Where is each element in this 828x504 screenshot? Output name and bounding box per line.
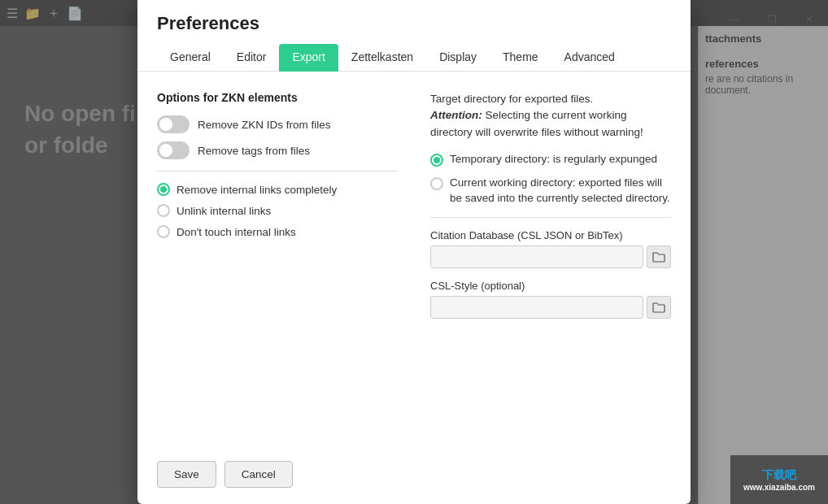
watermark-text: 下载吧 [762,468,796,483]
radio-temp[interactable] [430,154,443,167]
tab-export[interactable]: Export [279,44,338,72]
radio-donttouch[interactable] [157,225,170,238]
watermark-url: www.xiazaiba.com [743,483,815,492]
tab-theme[interactable]: Theme [490,44,551,72]
tab-zettelkasten[interactable]: Zettelkasten [338,44,426,72]
save-button[interactable]: Save [157,461,216,488]
tab-editor[interactable]: Editor [224,44,280,72]
folder-open-icon [652,251,665,263]
toggle-zkn-ids[interactable] [157,115,190,133]
toggle-row-tags: Remove tags from files [157,141,398,159]
tab-advanced[interactable]: Advanced [551,44,628,72]
divider-1 [157,171,398,172]
toggle-zkn-ids-label: Remove ZKN IDs from files [198,119,331,131]
radio-row-donttouch[interactable]: Don't touch internal links [157,225,398,238]
toggle-zkn-ids-track[interactable] [157,115,190,133]
target-desc-part1: Target directory for exported files. [430,93,593,105]
radio-remove[interactable] [157,183,170,196]
radio-donttouch-label: Don't touch internal links [176,226,296,238]
toggle-tags[interactable] [157,141,190,159]
radio-unlink[interactable] [157,204,170,217]
radio-cwd-label: Current working directory: exported file… [450,176,671,206]
zkn-section-title: Options for ZKN elements [157,91,398,104]
tab-display[interactable]: Display [426,44,490,72]
citation-db-label: Citation Database (CSL JSON or BibTex) [430,229,671,241]
dialog-footer: Save Cancel [137,451,691,504]
radio-row-remove[interactable]: Remove internal links completely [157,183,398,196]
target-description: Target directory for exported files. Att… [430,91,671,141]
citation-db-section: Citation Database (CSL JSON or BibTex) [430,229,671,268]
toggle-row-zkn-ids: Remove ZKN IDs from files [157,115,398,133]
divider-2 [430,217,671,218]
csl-style-section: CSL-Style (optional) [430,280,671,319]
citation-db-browse-button[interactable] [647,245,671,268]
toggle-tags-label: Remove tags from files [198,145,310,157]
modal-backdrop: Preferences General Editor Export Zettel… [0,0,828,504]
right-column: Target directory for exported files. Att… [430,91,671,438]
citation-db-input[interactable] [430,245,643,268]
radio-unlink-label: Unlink internal links [176,205,271,217]
folder-open-icon-2 [652,302,665,313]
dialog-title: Preferences [157,13,671,34]
cancel-button[interactable]: Cancel [224,461,293,488]
csl-style-browse-button[interactable] [647,296,671,319]
preferences-dialog: Preferences General Editor Export Zettel… [137,0,691,504]
radio-row-temp[interactable]: Temporary directory: is regularly expung… [430,152,671,167]
csl-style-row [430,296,671,319]
csl-style-label: CSL-Style (optional) [430,280,671,292]
left-column: Options for ZKN elements Remove ZKN IDs … [157,91,398,438]
tabs-bar: General Editor Export Zettelkasten Displ… [137,44,691,72]
citation-db-row [430,245,671,268]
dialog-header: Preferences [137,0,691,44]
csl-style-input[interactable] [430,296,643,319]
radio-remove-label: Remove internal links completely [176,184,337,196]
toggle-tags-track[interactable] [157,141,190,159]
tab-general[interactable]: General [157,44,224,72]
target-desc-attention: Attention: [430,109,482,121]
radio-temp-label: Temporary directory: is regularly expung… [450,152,657,167]
radio-row-cwd[interactable]: Current working directory: exported file… [430,176,671,206]
radio-row-unlink[interactable]: Unlink internal links [157,204,398,217]
watermark: 下载吧 www.xiazaiba.com [730,455,828,504]
dialog-body: Options for ZKN elements Remove ZKN IDs … [137,72,691,451]
radio-cwd[interactable] [430,177,443,190]
